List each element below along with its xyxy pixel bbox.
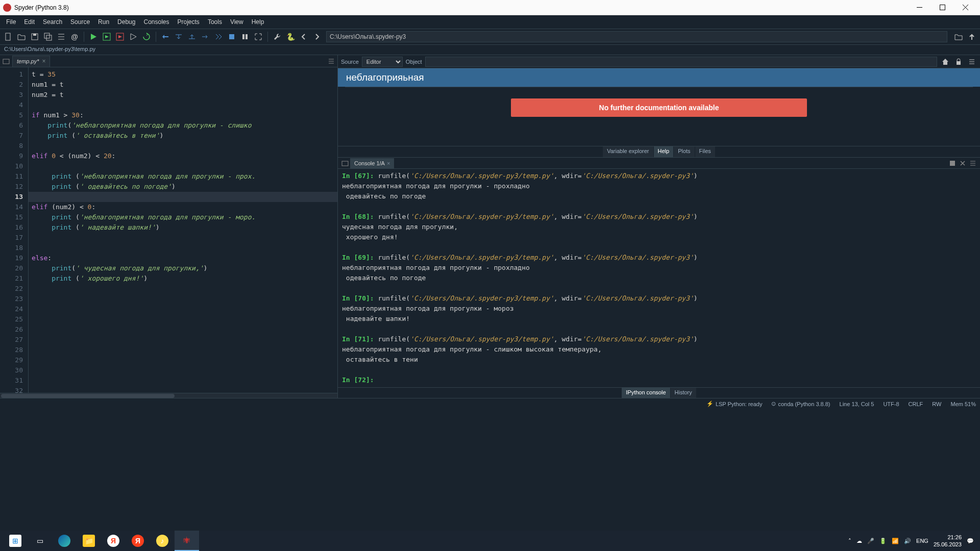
- spyder-taskbar-icon[interactable]: 🕷: [175, 531, 199, 551]
- menu-view[interactable]: View: [226, 16, 248, 28]
- console-options-icon[interactable]: [968, 158, 978, 168]
- run-cell-icon[interactable]: [101, 31, 113, 43]
- menu-debug[interactable]: Debug: [113, 16, 139, 28]
- help-object-field[interactable]: [425, 57, 937, 67]
- wrench-icon[interactable]: [271, 31, 283, 43]
- menu-consoles[interactable]: Consoles: [139, 16, 173, 28]
- help-options-icon[interactable]: [967, 57, 977, 67]
- close-button[interactable]: [954, 0, 977, 15]
- save-icon[interactable]: [29, 31, 41, 43]
- status-eol[interactable]: CRLF: [909, 401, 923, 407]
- debug-skip-icon[interactable]: [212, 31, 225, 43]
- tray-onedrive-icon[interactable]: ☁: [856, 538, 862, 544]
- run-cell-advance-icon[interactable]: [114, 31, 126, 43]
- menu-edit[interactable]: Edit: [20, 16, 39, 28]
- status-mem[interactable]: Mem 51%: [950, 401, 976, 407]
- save-all-icon[interactable]: [42, 31, 54, 43]
- start-button[interactable]: ⊞: [3, 531, 28, 551]
- tray-chevron-up-icon[interactable]: ˄: [848, 538, 851, 544]
- console-browse-icon[interactable]: [340, 158, 350, 168]
- debug-step-into-icon[interactable]: [173, 31, 185, 43]
- list-icon[interactable]: [55, 31, 67, 43]
- menu-source[interactable]: Source: [66, 16, 94, 28]
- svg-rect-12: [957, 61, 961, 65]
- console-tab[interactable]: Console 1/A ×: [350, 158, 394, 168]
- python-path-icon[interactable]: 🐍: [284, 31, 297, 43]
- editor-options-icon[interactable]: [325, 56, 337, 67]
- statusbar: ⚡LSP Python: ready ⊙conda (Python 3.8.8)…: [0, 398, 980, 409]
- tab-help[interactable]: Help: [654, 146, 674, 157]
- console-tab-close-icon[interactable]: ×: [387, 160, 390, 166]
- rerun-icon[interactable]: [140, 31, 153, 43]
- windows-taskbar: ⊞ ▭ 📁 Я Я ♪ 🕷 ˄ ☁ 🎤 🔋 📶 🔊 ENG 21:26 25.0…: [0, 531, 980, 551]
- debug-pause-icon[interactable]: [239, 31, 251, 43]
- explorer-taskbar-icon[interactable]: 📁: [77, 531, 101, 551]
- yandex-red-taskbar-icon[interactable]: Я: [126, 531, 150, 551]
- browse-dir-icon[interactable]: [952, 31, 965, 43]
- at-icon[interactable]: @: [68, 31, 81, 43]
- editor-code-area[interactable]: 1234567891011121314151617181920212223242…: [0, 67, 337, 393]
- menu-tools[interactable]: Tools: [204, 16, 226, 28]
- tray-volume-icon[interactable]: 🔊: [904, 538, 911, 544]
- tab-history[interactable]: History: [671, 388, 696, 398]
- status-perm[interactable]: RW: [932, 401, 941, 407]
- menu-run[interactable]: Run: [94, 16, 113, 28]
- tab-variable-explorer[interactable]: Variable explorer: [603, 146, 653, 157]
- window-titlebar: Spyder (Python 3.8): [0, 0, 980, 15]
- menu-search[interactable]: Search: [39, 16, 66, 28]
- debug-stop-icon[interactable]: [226, 31, 238, 43]
- console-output[interactable]: In [67]: runfile('C:/Users/Ольга/.spyder…: [338, 169, 980, 387]
- menu-file[interactable]: File: [2, 16, 20, 28]
- maximize-pane-icon[interactable]: [252, 31, 264, 43]
- working-dir-field[interactable]: C:\Users\Ольга\.spyder-py3: [326, 31, 947, 42]
- run-file-icon[interactable]: [87, 31, 100, 43]
- run-selection-icon[interactable]: [127, 31, 139, 43]
- editor-tab-label: temp.py*: [17, 58, 39, 64]
- debug-step-out-icon[interactable]: [186, 31, 198, 43]
- tray-wifi-icon[interactable]: 📶: [892, 538, 899, 544]
- maximize-button[interactable]: [931, 0, 954, 15]
- back-icon[interactable]: [298, 31, 310, 43]
- help-body: No further documentation available: [338, 87, 980, 146]
- tray-notifications-icon[interactable]: 💬: [967, 538, 974, 544]
- new-file-icon[interactable]: [2, 31, 14, 43]
- help-lock-icon[interactable]: [953, 57, 964, 67]
- help-home-icon[interactable]: [940, 57, 950, 67]
- tab-browse-icon[interactable]: [0, 56, 12, 67]
- svg-rect-4: [44, 33, 50, 38]
- task-view-button[interactable]: ▭: [28, 531, 52, 551]
- spyder-app-icon: [3, 4, 11, 12]
- status-cursor[interactable]: Line 13, Col 5: [840, 401, 874, 407]
- help-panel: Source Editor Object неблагоприяьная No …: [338, 55, 980, 158]
- menu-projects[interactable]: Projects: [174, 16, 204, 28]
- debug-continue-icon[interactable]: [199, 31, 211, 43]
- tray-battery-icon[interactable]: 🔋: [879, 538, 887, 544]
- tab-ipython-console[interactable]: IPython console: [622, 388, 670, 398]
- yandex-music-taskbar-icon[interactable]: ♪: [150, 531, 175, 551]
- status-encoding[interactable]: UTF-8: [883, 401, 899, 407]
- edge-taskbar-icon[interactable]: [52, 531, 77, 551]
- editor-h-scrollbar[interactable]: [0, 393, 337, 398]
- console-stop-icon[interactable]: [947, 158, 958, 168]
- system-tray: ˄ ☁ 🎤 🔋 📶 🔊 ENG 21:26 25.06.2023 💬: [848, 534, 977, 548]
- tray-clock[interactable]: 21:26 25.06.2023: [934, 534, 962, 548]
- status-lsp[interactable]: ⚡LSP Python: ready: [706, 400, 763, 407]
- forward-icon[interactable]: [311, 31, 323, 43]
- help-no-docs-alert: No further documentation available: [511, 98, 807, 117]
- editor-tab-temp[interactable]: temp.py* ×: [12, 56, 50, 67]
- status-conda[interactable]: ⊙conda (Python 3.8.8): [771, 400, 830, 407]
- help-source-select[interactable]: Editor: [362, 57, 403, 67]
- tray-mic-icon[interactable]: 🎤: [867, 538, 874, 544]
- tab-plots[interactable]: Plots: [674, 146, 694, 157]
- open-file-icon[interactable]: [15, 31, 28, 43]
- minimize-button[interactable]: [908, 0, 931, 15]
- yandex-taskbar-icon[interactable]: Я: [101, 531, 126, 551]
- code-content[interactable]: t = 35 num1 = t num2 = t if num1 > 30: p…: [29, 67, 337, 393]
- menu-help[interactable]: Help: [248, 16, 268, 28]
- close-tab-icon[interactable]: ×: [42, 58, 45, 65]
- tray-language[interactable]: ENG: [916, 538, 928, 544]
- console-clear-icon[interactable]: [958, 158, 968, 168]
- parent-dir-icon[interactable]: [966, 31, 978, 43]
- tab-files[interactable]: Files: [695, 146, 715, 157]
- debug-step-over-icon[interactable]: [159, 31, 172, 43]
